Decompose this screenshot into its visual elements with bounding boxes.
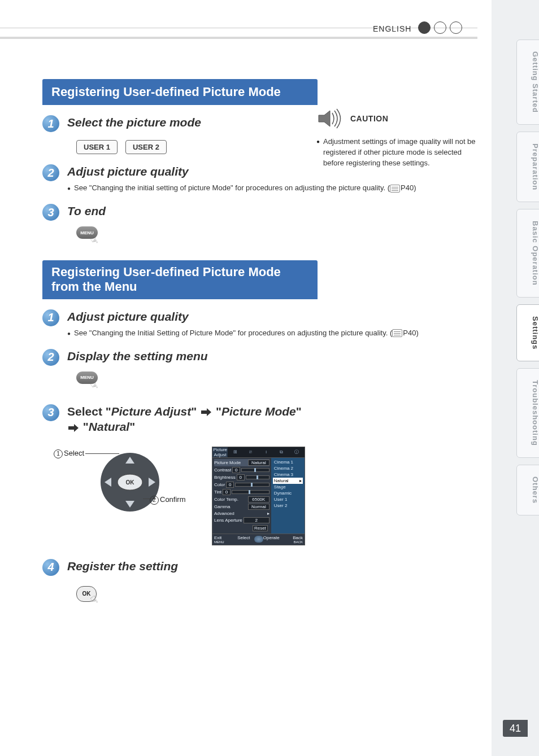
- step-number-1: 1: [42, 115, 59, 132]
- s2-step-number-2: 2: [42, 349, 59, 366]
- s2-step-number-1: 1: [42, 309, 59, 326]
- s2-step1-note: See "Changing the Initial Setting of Pic…: [74, 329, 419, 339]
- page-indicator-dots: [418, 21, 462, 34]
- tab-troubleshooting[interactable]: Troubleshooting: [516, 368, 539, 458]
- osd-menu: Picture Adjust ⊞⎚i⧉ⓘ Picture Mode Natura…: [212, 447, 305, 545]
- tab-basic-operation[interactable]: Basic Operation: [516, 209, 539, 298]
- step-number-3: 3: [42, 204, 59, 221]
- s2-step1-title: Adjust picture quality: [67, 309, 189, 324]
- user2-button[interactable]: USER 2: [125, 140, 167, 154]
- s1-step2-note: See "Changing the initial setting of pic…: [74, 183, 416, 194]
- hand-cursor-icon: ☟: [88, 234, 100, 248]
- svg-text:OK: OK: [126, 479, 135, 486]
- s2-step-number-4: 4: [42, 559, 59, 576]
- tab-settings[interactable]: Settings: [516, 304, 539, 361]
- s2-step2-title: Display the setting menu: [67, 349, 208, 364]
- page-number: 41: [503, 720, 528, 737]
- page-ref-icon: [390, 185, 400, 193]
- osd-tab-picture-adjust: Picture Adjust: [212, 447, 228, 457]
- hand-cursor-icon: ☟: [88, 379, 100, 393]
- s2-step-number-3: 3: [42, 404, 59, 421]
- s1-step3-title: To end: [67, 204, 106, 219]
- hand-cursor-icon: ☟: [88, 593, 100, 608]
- section2-title: Registering User-defined Picture Mode fr…: [42, 260, 318, 299]
- step-number-2: 2: [42, 164, 59, 181]
- side-tabs: Getting Started Preparation Basic Operat…: [494, 40, 539, 522]
- s2-step4-title: Register the setting: [67, 559, 178, 574]
- s1-step1-title: Select the picture mode: [67, 115, 201, 130]
- section1-title: Registering User-defined Picture Mode: [42, 79, 318, 105]
- nav-pad-diagram: 1Select OK 2Confirm: [54, 447, 195, 537]
- page-ref-icon: [392, 329, 402, 337]
- s1-step2-title: Adjust picture quality: [67, 164, 189, 179]
- tab-others[interactable]: Others: [516, 465, 539, 515]
- tab-getting-started[interactable]: Getting Started: [516, 40, 539, 125]
- user1-button[interactable]: USER 1: [76, 140, 118, 154]
- language-label: ENGLISH: [373, 24, 411, 33]
- s2-step3-title: Select "Picture Adjust" "Picture Mode" "…: [67, 404, 302, 435]
- tab-preparation[interactable]: Preparation: [516, 132, 539, 202]
